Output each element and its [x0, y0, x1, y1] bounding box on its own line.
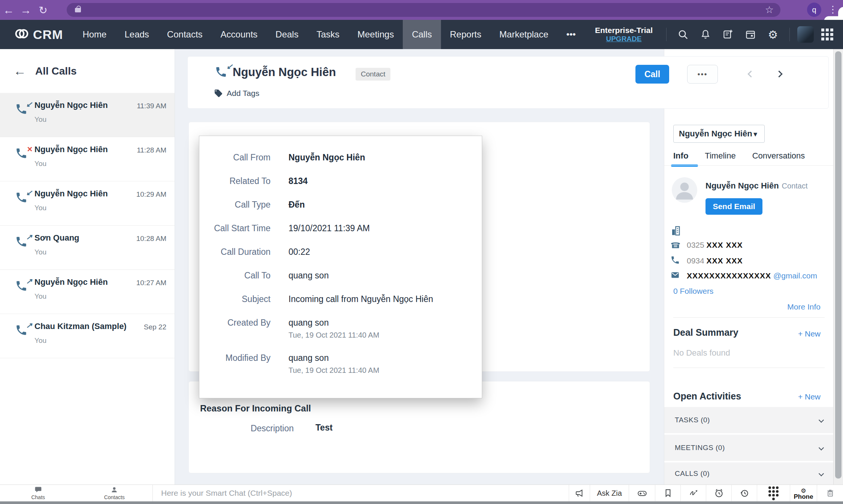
nav-more-icon[interactable]: ••• — [558, 20, 585, 49]
divider — [789, 28, 790, 41]
open-activities-title: Open Activities — [673, 391, 741, 402]
nav-item-tasks[interactable]: Tasks — [308, 20, 348, 49]
scrollbar-thumb[interactable] — [835, 51, 842, 479]
calendar-icon[interactable] — [739, 26, 762, 43]
reminders-alarm-icon[interactable] — [706, 485, 731, 501]
followers-link[interactable]: 0 Followers — [673, 287, 713, 296]
dialpad-icon[interactable] — [757, 485, 790, 501]
nav-item-deals[interactable]: Deals — [266, 20, 307, 49]
record-more-button[interactable]: ••• — [687, 65, 718, 84]
announcements-megaphone-icon[interactable] — [569, 485, 590, 501]
new-activity-link[interactable]: + New — [798, 392, 821, 401]
call-list-item[interactable]: Sơn Quang 10:28 AM You — [0, 226, 175, 270]
nav-item-marketplace[interactable]: Marketplace — [490, 20, 558, 49]
nav-item-home[interactable]: Home — [73, 20, 115, 49]
send-email-button[interactable]: Send Email — [705, 198, 762, 215]
chats-button[interactable]: Chats — [0, 485, 76, 501]
call-item-name: Nguyễn Ngọc Hiên — [34, 189, 108, 199]
add-tags-button[interactable]: Add Tags — [214, 89, 259, 98]
more-info-link[interactable]: More Info — [787, 302, 821, 311]
upgrade-link[interactable]: UPGRADE — [595, 35, 653, 43]
contacts-button[interactable]: Contacts — [76, 485, 153, 501]
accordion-tasks[interactable]: TASKS (0) — [664, 407, 834, 433]
smart-chat-input[interactable]: Here is your Smart Chat (Ctrl+Space) — [153, 485, 569, 501]
browser-back-icon[interactable] — [0, 4, 17, 16]
browser-menu-icon[interactable] — [828, 4, 838, 15]
user-avatar[interactable] — [797, 26, 814, 43]
tab-timeline[interactable]: Timeline — [705, 151, 735, 167]
field-label: Subject — [199, 294, 271, 304]
detail-row: Related To 8134 — [199, 176, 482, 186]
tab-conversations[interactable]: Conversations — [752, 151, 805, 167]
call-list-item[interactable]: Nguyễn Ngọc Hiên 10:29 AM You — [0, 181, 175, 226]
field-value[interactable]: 8134 — [288, 176, 308, 186]
extensions-puzzle-icon[interactable] — [791, 4, 803, 16]
field-value[interactable]: quang son — [288, 271, 329, 281]
nav-item-calls[interactable]: Calls — [403, 20, 441, 49]
desk-phone-icon — [670, 239, 682, 251]
nav-item-meetings[interactable]: Meetings — [348, 20, 403, 49]
browser-forward-icon[interactable] — [17, 4, 34, 16]
nav-item-reports[interactable]: Reports — [441, 20, 490, 49]
contact-name[interactable]: Nguyễn Ngọc HiênContact — [705, 181, 808, 191]
nav-item-leads[interactable]: Leads — [115, 20, 158, 49]
back-arrow-icon[interactable] — [13, 64, 26, 78]
bookmark-icon[interactable] — [655, 485, 680, 501]
previous-record-icon[interactable] — [747, 70, 754, 77]
gamescope-icon[interactable] — [629, 485, 655, 501]
phone-settings-button[interactable]: Phone — [790, 485, 817, 501]
page-scrollbar[interactable] — [833, 49, 843, 504]
browser-reload-icon[interactable] — [34, 4, 52, 16]
phone-row[interactable]: 0325 XXX XXX — [670, 239, 743, 251]
next-record-icon[interactable] — [776, 70, 782, 77]
call-item-name: Nguyễn Ngọc Hiên — [34, 145, 108, 154]
browser-address-bar[interactable] — [67, 3, 780, 17]
mobile-row[interactable]: 0934 XXX XXX — [670, 255, 743, 266]
recent-history-icon[interactable] — [731, 485, 757, 501]
ask-zia-button[interactable]: Ask Zia — [590, 485, 629, 501]
company-row — [670, 225, 682, 236]
divider — [666, 28, 667, 41]
screen: q CRM Home Leads Contacts Accounts Deals… — [0, 0, 843, 504]
nav-item-accounts[interactable]: Accounts — [212, 20, 267, 49]
apps-grid-icon[interactable] — [816, 26, 839, 43]
field-sub-value: Tue, 19 Oct 2021 11:40 AM — [288, 366, 379, 375]
accordion-calls[interactable]: CALLS (0) — [664, 462, 834, 485]
related-record-selector[interactable]: Nguyễn Ngọc Hiên — [673, 125, 765, 143]
email-row[interactable]: XXXXXXXXXXXXXXX @gmail.com — [670, 270, 817, 281]
brand-label[interactable]: CRM — [33, 27, 63, 42]
panel-tabs: Info Timeline Conversations — [673, 151, 825, 167]
search-icon[interactable] — [672, 26, 694, 43]
bookmark-star-icon[interactable] — [765, 4, 774, 16]
notifications-bell-icon[interactable] — [694, 26, 717, 43]
call-item-time: 10:27 AM — [136, 279, 166, 287]
plan-block: Enterprise-Trial UPGRADE — [595, 26, 653, 43]
accordion-meetings[interactable]: MEETINGS (0) — [664, 435, 834, 461]
call-item-name: Nguyễn Ngọc Hiên — [34, 100, 108, 110]
browser-profile-avatar[interactable]: q — [807, 3, 821, 17]
call-item-owner: You — [34, 115, 167, 124]
call-button[interactable]: Call — [635, 65, 669, 84]
building-icon — [670, 225, 682, 236]
divider — [673, 368, 825, 368]
field-label: Created By — [199, 318, 271, 339]
recycle-bin-icon[interactable] — [817, 485, 843, 501]
new-deal-link[interactable]: + New — [798, 329, 821, 338]
detail-row: Call Type Đến — [199, 200, 482, 210]
create-note-icon[interactable] — [717, 26, 739, 43]
zoho-logo-icon[interactable] — [14, 26, 29, 43]
call-list-item[interactable]: Nguyễn Ngọc Hiên 10:27 AM You — [0, 270, 175, 314]
call-list-item[interactable]: Nguyễn Ngọc Hiên 11:39 AM You — [0, 93, 175, 137]
navbar-right: Enterprise-Trial UPGRADE — [595, 26, 843, 43]
call-list-item[interactable]: Chau Kitzman (Sample) Sep 22 You — [0, 314, 175, 358]
field-value: Đến — [288, 200, 305, 210]
field-value[interactable]: Nguyễn Ngọc Hiên — [288, 153, 365, 163]
call-list-item[interactable]: Nguyễn Ngọc Hiên 11:28 AM You — [0, 137, 175, 181]
nav-item-contacts[interactable]: Contacts — [158, 20, 212, 49]
missed-call-icon — [15, 147, 30, 162]
field-label: Description — [226, 423, 294, 434]
zia-icon[interactable] — [680, 485, 706, 501]
app-navbar: CRM Home Leads Contacts Accounts Deals T… — [0, 20, 843, 49]
tab-info[interactable]: Info — [673, 151, 688, 167]
settings-gear-icon[interactable] — [762, 26, 784, 43]
